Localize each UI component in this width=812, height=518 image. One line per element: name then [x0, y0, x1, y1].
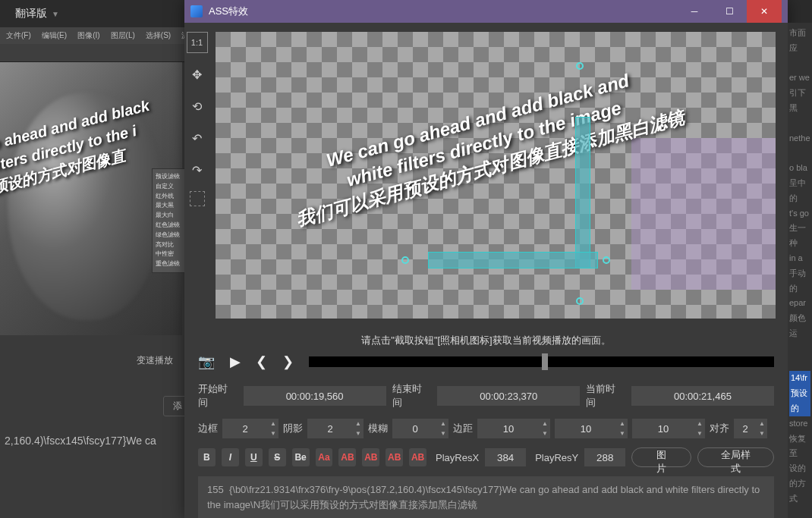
scale-tool[interactable]: 1:1	[187, 32, 208, 53]
handle-top[interactable]	[576, 62, 584, 70]
margin3-spinner[interactable]: 10▲▼	[632, 419, 705, 438]
border-spinner[interactable]: 2▲▼	[222, 419, 279, 438]
subtitle-preview: We can go ahead and add black and white …	[281, 57, 687, 232]
playresx-label: PlayResX	[436, 452, 479, 463]
bg-menu-layer[interactable]: 图层(L)	[111, 30, 135, 41]
subtitle-text-editor[interactable]: 155 {\b0\frz21.9314\frx376\fry-9\pos(187…	[198, 476, 774, 518]
image-button[interactable]: 图片	[631, 447, 691, 467]
ab4-button[interactable]: AB	[409, 448, 426, 466]
redo-tool-icon[interactable]: ↷	[187, 159, 208, 181]
handle-left[interactable]	[401, 256, 409, 264]
ab3-button[interactable]: AB	[386, 448, 403, 466]
hint-text: 请点击"截取按钮"[照相机图标]获取当前视频播放的画面。	[184, 325, 788, 353]
line-number: 155	[207, 484, 224, 495]
highlight-2: 预设的	[789, 386, 810, 416]
timeline-handle[interactable]	[542, 353, 548, 370]
underline-button[interactable]: U	[245, 448, 263, 466]
aa-button[interactable]: Aa	[316, 448, 333, 466]
preview-canvas[interactable]: We can go ahead and add black and white …	[216, 32, 776, 319]
close-button[interactable]: ✕	[747, 0, 782, 23]
current-time-input[interactable]	[631, 386, 774, 406]
margin1-spinner[interactable]: 10▲▼	[477, 419, 550, 438]
param-row: 边框 2▲▼ 阴影 2▲▼ 模糊 0▲▼ 边距 10▲▼ 10▲▼ 10▲▼ 对…	[184, 414, 788, 441]
window-title: ASS特效	[209, 5, 677, 18]
bg-menu-image[interactable]: 图像(I)	[77, 30, 99, 41]
right-panel-strip: 市面应 er we 引下黑 nethe o bla 呈中的 t's go 生一种…	[788, 23, 812, 518]
current-time-label: 当前时间	[586, 382, 625, 410]
shadow-label: 阴影	[283, 422, 303, 435]
shadow-spinner[interactable]: 2▲▼	[307, 419, 364, 438]
bg-menu-select[interactable]: 选择(S)	[146, 30, 171, 41]
move-tool-icon[interactable]: ✥	[187, 64, 208, 85]
bg-menu-edit[interactable]: 编辑(E)	[42, 30, 67, 41]
ass-effects-window: ASS特效 ─ ☐ ✕ 1:1 ✥ ⟲ ↶ ↷ We can go ahead …	[184, 0, 788, 518]
highlight-1: 14\fr	[789, 371, 810, 386]
prev-icon[interactable]: ❮	[256, 353, 267, 370]
tool-column: 1:1 ✥ ⟲ ↶ ↷	[184, 23, 209, 325]
title-bar[interactable]: ASS特效 ─ ☐ ✕	[184, 0, 788, 23]
end-time-input[interactable]	[437, 386, 580, 406]
bg-speed-label: 变速播放	[137, 354, 173, 367]
selection-bar-horizontal[interactable]	[428, 252, 598, 268]
handle-right[interactable]	[603, 256, 610, 264]
margin2-spinner[interactable]: 10▲▼	[555, 419, 628, 438]
start-time-input[interactable]	[244, 386, 386, 406]
bg-code-preview: 2,160.4)\fscx145\fscy177}We ca	[0, 430, 161, 451]
maximize-button[interactable]: ☐	[712, 0, 747, 23]
italic-button[interactable]: I	[222, 448, 239, 466]
border-label: 边框	[198, 422, 218, 435]
strike-button[interactable]: S	[269, 448, 286, 466]
transport-bar: 📷 ▶ ❮ ❯	[184, 353, 788, 378]
selection-bar-vertical[interactable]	[575, 117, 590, 268]
selection-tool-icon[interactable]	[190, 191, 205, 206]
be-button[interactable]: Be	[292, 448, 310, 466]
next-icon[interactable]: ❯	[282, 353, 294, 370]
format-row: B I U S Be Aa AB AB AB AB PlayResX PlayR…	[184, 441, 788, 473]
undo-tool-icon[interactable]: ↶	[187, 127, 208, 149]
align-label: 对齐	[710, 422, 729, 435]
time-row: 开始时间 结束时间 当前时间	[184, 378, 788, 414]
margin-label: 边距	[453, 422, 473, 435]
bold-button[interactable]: B	[198, 448, 216, 466]
ab2-button[interactable]: AB	[362, 448, 379, 466]
end-time-label: 结束时间	[392, 382, 432, 410]
ab1-button[interactable]: AB	[338, 448, 356, 466]
global-style-button[interactable]: 全局样式	[697, 447, 774, 467]
app-icon	[190, 5, 203, 17]
blur-spinner[interactable]: 0▲▼	[392, 419, 448, 438]
play-icon[interactable]: ▶	[230, 353, 241, 370]
playresy-label: PlayResY	[535, 452, 578, 463]
playresy-input[interactable]	[584, 448, 625, 466]
bg-title-dropdown-icon[interactable]: ▼	[52, 10, 59, 18]
subtitle-code[interactable]: {\b0\frz21.9314\frx376\fry-9\pos(187.2,1…	[207, 484, 760, 510]
rotate-tool-icon[interactable]: ⟲	[187, 96, 208, 117]
bg-menu-file[interactable]: 文件(F)	[6, 30, 31, 41]
blur-label: 模糊	[368, 422, 388, 435]
timeline-slider[interactable]	[309, 356, 774, 367]
canvas-area: We can go ahead and add black and white …	[209, 23, 788, 325]
start-time-label: 开始时间	[198, 382, 238, 410]
purple-overlay	[631, 138, 776, 290]
bg-filter-popup[interactable]: 预设滤镜自定义 红外线最大黑 最大白红色滤镜 绿色滤镜高对比 中性密重色滤镜	[152, 168, 185, 273]
playresx-input[interactable]	[485, 448, 526, 466]
align-spinner[interactable]: 2▲▼	[734, 419, 767, 438]
handle-bottom[interactable]	[576, 297, 584, 305]
bg-title: 翻译版	[15, 7, 47, 20]
camera-icon[interactable]: 📷	[198, 353, 215, 370]
minimize-button[interactable]: ─	[677, 0, 712, 23]
workspace: 1:1 ✥ ⟲ ↶ ↷ We can go ahead and add blac…	[184, 23, 788, 325]
